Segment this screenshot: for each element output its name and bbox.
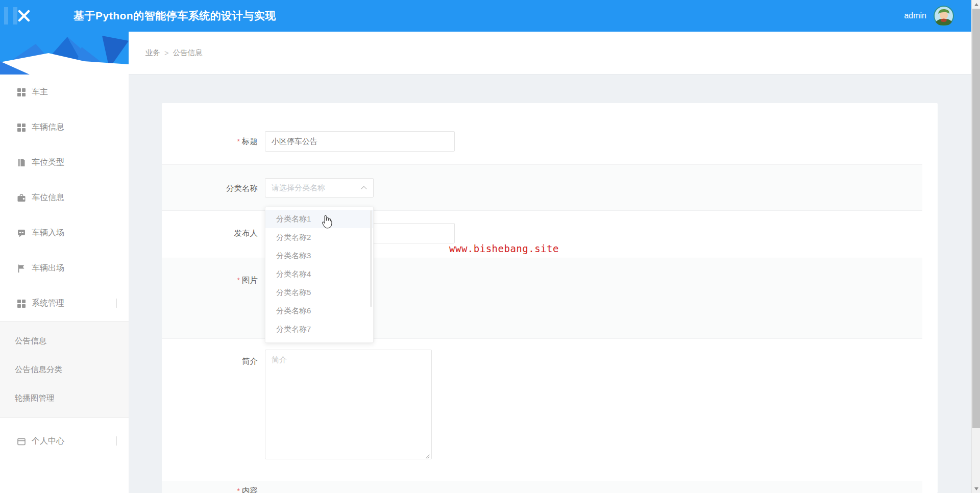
sidebar: 车主 车辆信息 车位类型 车位信息 车辆入场: [0, 32, 129, 493]
dropdown-option-8[interactable]: 分类名称8: [265, 338, 373, 343]
chevron-down-icon: [116, 437, 116, 446]
watermark-text: www.bishebang.site: [449, 243, 559, 254]
sidebar-item-label: 个人中心: [32, 436, 64, 447]
comment-icon: [17, 229, 26, 238]
category-select[interactable]: 请选择分类名称: [265, 178, 374, 198]
required-mark: *: [237, 276, 240, 284]
row-divider: [162, 481, 922, 481]
sidebar-banner-image: [0, 32, 129, 75]
sidebar-item-vehicle-exit[interactable]: 车辆出场: [0, 251, 129, 286]
scroll-up-arrow-icon[interactable]: [972, 0, 980, 9]
briefcase-icon: [17, 193, 26, 203]
sidebar-item-label: 车位信息: [32, 192, 64, 203]
dropdown-option-4[interactable]: 分类名称4: [265, 265, 373, 283]
title-field-label: *标题: [162, 136, 258, 147]
chevron-up-icon: [361, 186, 366, 191]
avatar[interactable]: [934, 6, 954, 26]
dropdown-option-3[interactable]: 分类名称3: [265, 246, 373, 265]
dropdown-option-7[interactable]: 分类名称7: [265, 320, 373, 338]
scroll-down-arrow-icon[interactable]: [972, 484, 980, 493]
dropdown-scrollbar-thumb[interactable]: [370, 210, 372, 307]
breadcrumb-section: 业务: [145, 48, 160, 58]
required-mark: *: [237, 137, 240, 145]
submenu-item-announcement-info[interactable]: 公告信息: [0, 327, 129, 355]
category-select-placeholder: 请选择分类名称: [272, 183, 325, 193]
dropdown-option-1[interactable]: 分类名称1: [265, 210, 373, 228]
page-title: 基于Python的智能停车系统的设计与实现: [74, 9, 276, 23]
intro-textarea[interactable]: [265, 350, 432, 459]
page-scrollbar[interactable]: [971, 0, 980, 493]
dropdown-option-6[interactable]: 分类名称6: [265, 302, 373, 320]
submenu-item-carousel-management[interactable]: 轮播图管理: [0, 384, 129, 412]
submenu-item-label: 公告信息: [15, 336, 46, 347]
content-field-label: *内容: [162, 486, 258, 493]
sidebar-item-space-info[interactable]: 车位信息: [0, 180, 129, 215]
breadcrumb-page: 公告信息: [173, 48, 202, 58]
sidebar-item-personal-center[interactable]: 个人中心: [0, 424, 129, 459]
book-icon: [17, 158, 26, 167]
announcement-form-card: *标题 分类名称 请选择分类名称 分类名称1 分类名称2 分类名称3 分类名称4…: [162, 103, 938, 493]
sidebar-item-label: 车主: [32, 87, 48, 97]
sidebar-item-label: 车位类型: [32, 157, 64, 168]
dropdown-option-5[interactable]: 分类名称5: [265, 283, 373, 302]
sidebar-item-label: 车辆出场: [32, 263, 64, 274]
dropdown-option-2[interactable]: 分类名称2: [265, 228, 373, 246]
sidebar-item-system-management[interactable]: 系统管理: [0, 286, 129, 321]
image-field-label: *图片: [162, 275, 258, 286]
intro-field-label: 简介: [162, 356, 258, 367]
category-field-label: 分类名称: [162, 183, 258, 194]
category-dropdown: 分类名称1 分类名称2 分类名称3 分类名称4 分类名称5 分类名称6 分类名称…: [265, 207, 374, 343]
title-input[interactable]: [265, 131, 455, 152]
flag-icon: [17, 264, 26, 273]
row-band: [162, 481, 922, 493]
grid-icon: [17, 123, 26, 132]
grid-icon: [17, 88, 26, 97]
row-divider: [162, 164, 922, 165]
sidebar-item-vehicle-entry[interactable]: 车辆入场: [0, 215, 129, 251]
logo-decoration: [4, 7, 21, 24]
chevron-up-icon: [116, 299, 116, 308]
sidebar-item-owner[interactable]: 车主: [0, 75, 129, 110]
sidebar-item-label: 车辆入场: [32, 228, 64, 238]
publisher-field-label: 发布人: [162, 228, 258, 239]
submenu-item-label: 轮播图管理: [15, 393, 55, 404]
sidebar-item-label: 系统管理: [32, 298, 64, 309]
sidebar-item-space-type[interactable]: 车位类型: [0, 145, 129, 180]
page-scrollbar-thumb[interactable]: [972, 9, 980, 428]
top-bar: 基于Python的智能停车系统的设计与实现 admin: [0, 0, 971, 32]
system-management-submenu: 公告信息 公告信息分类 轮播图管理: [0, 321, 129, 418]
submenu-item-announcement-category[interactable]: 公告信息分类: [0, 355, 129, 384]
required-mark: *: [237, 487, 240, 493]
username-label[interactable]: admin: [904, 11, 926, 20]
submenu-item-label: 公告信息分类: [15, 364, 62, 375]
sidebar-item-label: 车辆信息: [32, 122, 64, 133]
grid-icon: [17, 299, 26, 308]
sidebar-item-vehicle-info[interactable]: 车辆信息: [0, 110, 129, 145]
window-icon: [17, 437, 26, 446]
breadcrumb: 业务 > 公告信息: [129, 32, 971, 75]
breadcrumb-separator: >: [164, 49, 168, 57]
